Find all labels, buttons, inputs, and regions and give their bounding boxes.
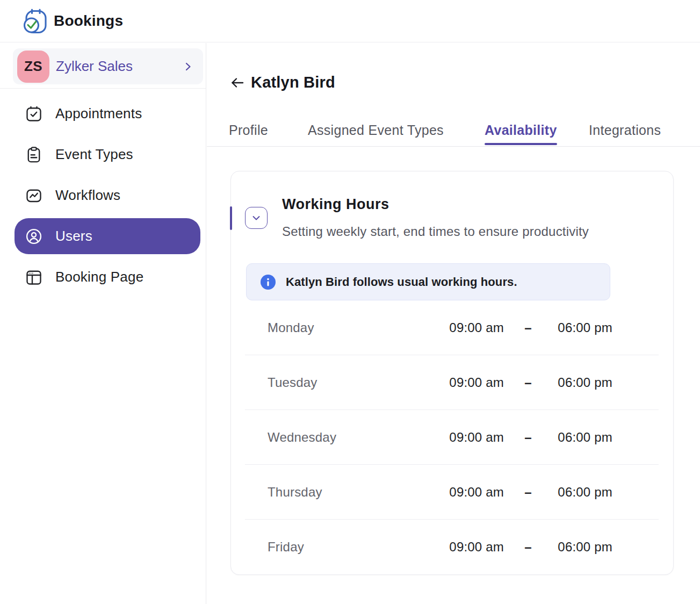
notice-text: Katlyn Bird follows usual working hours.: [286, 275, 517, 289]
tabs-divider: [207, 146, 700, 147]
sidebar-divider: [0, 88, 206, 89]
chevron-down-icon: [251, 213, 262, 224]
working-hours-row: Thursday 09:00 am – 06:00 pm: [245, 465, 659, 520]
working-hours-card: Working Hours Setting weekly start, end …: [230, 171, 674, 575]
start-time: 09:00 am: [444, 430, 504, 445]
sidebar-item-appointments[interactable]: Appointments: [15, 96, 200, 132]
card-subtitle: Setting weekly start, end times to ensur…: [282, 224, 657, 239]
day-label: Tuesday: [268, 375, 317, 390]
tab-availability[interactable]: Availability: [485, 123, 557, 145]
time-separator: –: [504, 540, 552, 555]
time-range: 09:00 am – 06:00 pm: [444, 430, 659, 445]
start-time: 09:00 am: [444, 320, 504, 335]
start-time: 09:00 am: [444, 540, 504, 555]
time-separator: –: [504, 430, 552, 445]
start-time: 09:00 am: [444, 485, 504, 500]
section-accent-bar: [230, 206, 232, 230]
collapse-button[interactable]: [245, 207, 268, 229]
end-time: 06:00 pm: [552, 430, 612, 445]
time-separator: –: [504, 320, 552, 335]
sidebar-item-label: Event Types: [55, 146, 133, 163]
end-time: 06:00 pm: [552, 320, 612, 335]
working-hours-row: Friday 09:00 am – 06:00 pm: [245, 520, 659, 574]
sidebar-item-label: Users: [55, 228, 92, 245]
org-switcher[interactable]: ZS Zylker Sales: [13, 48, 203, 84]
sidebar: ZS Zylker Sales Appointments: [0, 43, 206, 604]
time-separator: –: [504, 375, 552, 390]
sidebar-item-event-types[interactable]: Event Types: [15, 136, 200, 172]
card-title: Working Hours: [282, 196, 657, 213]
day-label: Friday: [268, 540, 304, 555]
day-label: Thursday: [268, 485, 322, 500]
app-title: Bookings: [54, 12, 123, 30]
card-head: Working Hours Setting weekly start, end …: [282, 196, 657, 239]
bookings-logo-icon: [23, 8, 48, 34]
tab-integrations[interactable]: Integrations: [589, 123, 661, 145]
chevron-right-icon: [183, 62, 193, 71]
working-hours-row: Wednesday 09:00 am – 06:00 pm: [245, 410, 659, 465]
notice-banner: Katlyn Bird follows usual working hours.: [246, 263, 610, 300]
main-content: Katlyn Bird Profile Assigned Event Types…: [207, 43, 700, 604]
calendar-check-icon: [26, 106, 42, 122]
sidebar-item-label: Workflows: [55, 187, 120, 204]
tab-assigned-event-types[interactable]: Assigned Event Types: [308, 123, 444, 145]
end-time: 06:00 pm: [552, 485, 612, 500]
time-range: 09:00 am – 06:00 pm: [444, 540, 659, 555]
bookings-app: Bookings ZS Zylker Sales: [0, 0, 700, 604]
working-hours-row: Tuesday 09:00 am – 06:00 pm: [245, 355, 659, 410]
time-range: 09:00 am – 06:00 pm: [444, 375, 659, 390]
working-hours-row: Monday 09:00 am – 06:00 pm: [245, 300, 659, 355]
time-range: 09:00 am – 06:00 pm: [444, 320, 659, 335]
arrow-left-icon: [230, 75, 245, 90]
sidebar-item-users[interactable]: Users: [15, 218, 200, 254]
info-icon: [261, 275, 276, 290]
end-time: 06:00 pm: [552, 375, 612, 390]
day-label: Monday: [268, 320, 314, 335]
app-header: Bookings: [0, 0, 700, 42]
time-separator: –: [504, 485, 552, 500]
end-time: 06:00 pm: [552, 540, 612, 555]
day-label: Wednesday: [268, 430, 336, 445]
time-range: 09:00 am – 06:00 pm: [444, 485, 659, 500]
browser-window-icon: [26, 269, 42, 285]
back-button[interactable]: [230, 75, 245, 90]
sidebar-item-workflows[interactable]: Workflows: [15, 177, 200, 213]
start-time: 09:00 am: [444, 375, 504, 390]
sidebar-item-label: Booking Page: [55, 269, 143, 285]
user-circle-icon: [26, 228, 42, 245]
sidebar-item-label: Appointments: [55, 105, 142, 122]
org-name: Zylker Sales: [56, 58, 183, 75]
page-head: Katlyn Bird: [230, 74, 335, 91]
clipboard-icon: [26, 147, 42, 163]
tab-profile[interactable]: Profile: [229, 123, 268, 145]
page-title: Katlyn Bird: [251, 74, 335, 91]
org-avatar: ZS: [17, 51, 49, 83]
sidebar-nav: Appointments Event Types: [0, 96, 206, 300]
workflow-pulse-icon: [26, 188, 42, 204]
working-hours-table: Monday 09:00 am – 06:00 pm Tuesday 09:00…: [245, 300, 659, 574]
sidebar-item-booking-page[interactable]: Booking Page: [15, 259, 200, 295]
